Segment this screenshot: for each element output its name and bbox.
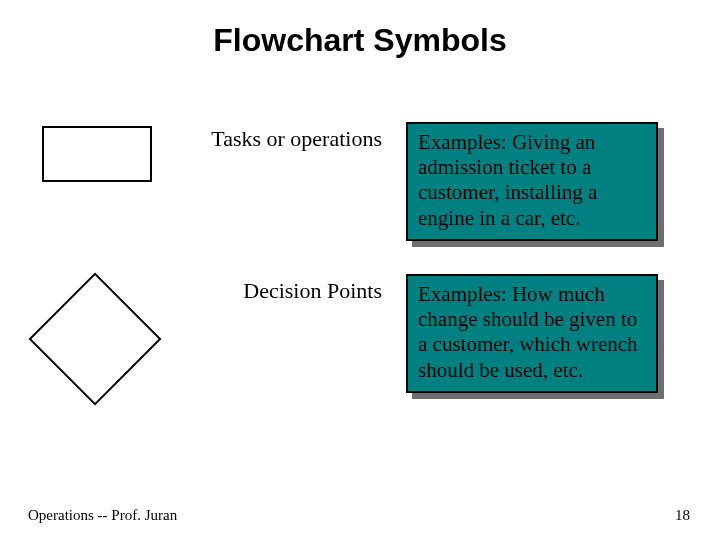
slide-title: Flowchart Symbols xyxy=(0,0,720,59)
diamond-icon xyxy=(28,272,162,406)
footer-text: Operations -- Prof. Juran xyxy=(28,507,177,524)
example-text: Examples: How much change should be give… xyxy=(406,274,658,393)
symbol-label: Decision Points xyxy=(178,278,388,303)
example-box-tasks: Examples: Giving an admission ticket to … xyxy=(406,122,658,241)
symbol-label: Tasks or operations xyxy=(178,126,388,151)
example-box-decision: Examples: How much change should be give… xyxy=(406,274,658,393)
page-number: 18 xyxy=(675,507,690,524)
rectangle-icon xyxy=(42,126,152,182)
example-text: Examples: Giving an admission ticket to … xyxy=(406,122,658,241)
